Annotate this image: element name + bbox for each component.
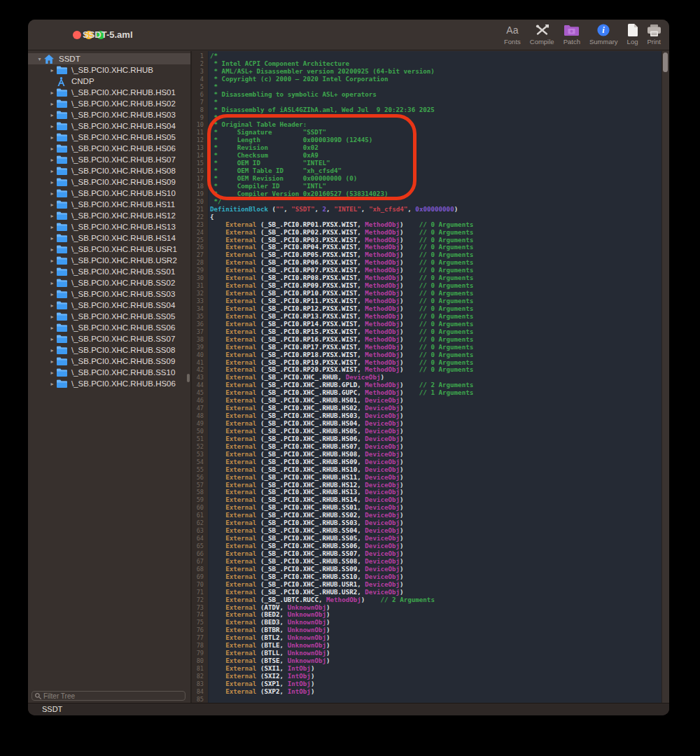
- toolbar-button-print[interactable]: Print: [644, 22, 664, 50]
- compile-icon: [535, 23, 550, 37]
- code-lines: 1/*2 * Intel ACPI Component Architecture…: [192, 52, 662, 703]
- line-number: 68: [192, 566, 206, 573]
- sidebar-item-label: \_SB.PCI0.XHC.RHUB.HS10: [71, 189, 176, 197]
- editor-scrollbar-thumb[interactable]: [663, 52, 668, 72]
- chevron-right-icon[interactable]: ▸: [48, 101, 57, 107]
- chevron-right-icon[interactable]: ▸: [48, 90, 57, 96]
- chevron-right-icon[interactable]: ▸: [48, 213, 57, 219]
- chevron-right-icon[interactable]: ▸: [48, 302, 57, 309]
- folder-icon: [57, 144, 68, 153]
- chevron-right-icon[interactable]: ▸: [48, 336, 57, 342]
- chevron-right-icon[interactable]: ▸: [48, 314, 57, 320]
- line-number: 31: [192, 282, 206, 290]
- chevron-right-icon[interactable]: ▸: [48, 381, 57, 387]
- toolbar-button-patch[interactable]: Patch: [561, 22, 583, 50]
- sidebar-item[interactable]: ▸\_SB.PCI0.XHC.RHUB.HS10: [28, 188, 190, 199]
- folder-icon: [57, 133, 68, 142]
- sidebar-item[interactable]: ▸\_SB.PCI0.XHC.RHUB.HS06: [28, 378, 190, 389]
- sidebar-item[interactable]: ▸\_SB.PCI0.XHC.RHUB.SS02: [28, 277, 190, 288]
- sidebar-item[interactable]: ▸\_SB.PCI0.XHC.RHUB.HS13: [28, 221, 190, 232]
- chevron-right-icon[interactable]: ▸: [48, 157, 57, 163]
- sidebar-item-label: \_SB.PCI0.XHC.RHUB.HS03: [71, 111, 176, 119]
- sidebar-item[interactable]: ▸\_SB.PCI0.XHC.RHUB.USR1: [28, 244, 190, 255]
- chevron-right-icon[interactable]: ▸: [48, 67, 57, 74]
- sidebar-item[interactable]: ▸\_SB.PCI0.XHC.RHUB.SS04: [28, 300, 190, 311]
- sidebar-item[interactable]: ▸\_SB.PCI0.XHC.RHUB.HS07: [28, 154, 190, 165]
- chevron-right-icon[interactable]: ▸: [48, 325, 57, 331]
- code-editor[interactable]: 1/*2 * Intel ACPI Component Architecture…: [192, 51, 669, 703]
- sidebar-item[interactable]: ▸\_SB.PCI0.XHC.RHUB.USR2: [28, 255, 190, 266]
- chevron-right-icon[interactable]: ▸: [48, 190, 57, 197]
- line-number: 22: [192, 214, 206, 221]
- chevron-right-icon[interactable]: ▸: [48, 168, 57, 174]
- chevron-right-icon[interactable]: ▸: [48, 291, 57, 298]
- sidebar: ▾SSDT▸\_SB.PCI0.XHC.RHUBCNDP▸\_SB.PCI0.X…: [28, 51, 190, 703]
- statusbar: SSDT: [28, 703, 669, 715]
- sidebar-item[interactable]: ▸\_SB.PCI0.XHC.RHUB: [28, 64, 190, 76]
- sidebar-item-root[interactable]: ▾SSDT: [28, 53, 190, 64]
- chevron-right-icon[interactable]: ▸: [48, 280, 57, 286]
- close-window-button[interactable]: [73, 31, 81, 39]
- sidebar-item[interactable]: ▸\_SB.PCI0.XHC.RHUB.HS04: [28, 120, 190, 132]
- code-line: 8 * Disassembly of iASL4GZIhA.aml, Wed J…: [192, 106, 662, 114]
- chevron-right-icon[interactable]: ▸: [48, 370, 57, 376]
- sidebar-item-label: \_SB.PCI0.XHC.RHUB.HS13: [71, 223, 176, 231]
- toolbar-button-summary[interactable]: iSummary: [587, 22, 621, 50]
- sidebar-item[interactable]: ▸\_SB.PCI0.XHC.RHUB.HS06: [28, 143, 190, 154]
- chevron-right-icon[interactable]: ▸: [48, 224, 57, 230]
- sidebar-item[interactable]: CNDP: [28, 76, 190, 87]
- sidebar-item-label: \_SB.PCI0.XHC.RHUB.SS03: [71, 290, 175, 298]
- toolbar-label: Print: [644, 38, 664, 46]
- line-number: 33: [192, 298, 206, 305]
- line-number: 54: [192, 458, 206, 466]
- sidebar-item[interactable]: ▸\_SB.PCI0.XHC.RHUB.HS14: [28, 232, 190, 244]
- chevron-right-icon[interactable]: ▸: [48, 347, 57, 354]
- sidebar-item[interactable]: ▸\_SB.PCI0.XHC.RHUB.HS05: [28, 132, 190, 143]
- folder-icon: [57, 312, 68, 321]
- sidebar-item[interactable]: ▸\_SB.PCI0.XHC.RHUB.SS08: [28, 344, 190, 356]
- toolbar-button-compile[interactable]: Compile: [527, 22, 557, 50]
- sidebar-item[interactable]: ▸\_SB.PCI0.XHC.RHUB.HS02: [28, 98, 190, 109]
- sidebar-item-label: \_SB.PCI0.XHC.RHUB.SS07: [71, 335, 175, 343]
- line-number: 27: [192, 251, 206, 259]
- toolbar-label: Summary: [587, 38, 621, 46]
- chevron-right-icon[interactable]: ▸: [48, 358, 57, 365]
- line-number: 2: [192, 60, 206, 68]
- chevron-right-icon[interactable]: ▸: [48, 235, 57, 241]
- sidebar-item-label: \_SB.PCI0.XHC.RHUB.USR1: [71, 245, 177, 253]
- chevron-right-icon[interactable]: ▸: [48, 202, 57, 208]
- folder-icon: [57, 88, 68, 97]
- sidebar-item[interactable]: ▸\_SB.PCI0.XHC.RHUB.SS06: [28, 322, 190, 333]
- sidebar-item[interactable]: ▸\_SB.PCI0.XHC.RHUB.HS08: [28, 165, 190, 176]
- sidebar-item[interactable]: ▸\_SB.PCI0.XHC.RHUB.SS05: [28, 311, 190, 322]
- sidebar-item[interactable]: ▸\_SB.PCI0.XHC.RHUB.SS07: [28, 333, 190, 344]
- chevron-right-icon[interactable]: ▸: [48, 179, 57, 186]
- chevron-down-icon[interactable]: ▾: [35, 56, 44, 62]
- filter-tree-input[interactable]: [43, 692, 182, 700]
- line-number: 66: [192, 550, 206, 558]
- sidebar-item[interactable]: ▸\_SB.PCI0.XHC.RHUB.SS10: [28, 367, 190, 378]
- app-window: SSDT-5.aml AaFontsCompilePatchiSummaryLo…: [28, 20, 669, 715]
- sidebar-item[interactable]: ▸\_SB.PCI0.XHC.RHUB.SS01: [28, 266, 190, 277]
- sidebar-item[interactable]: ▸\_SB.PCI0.XHC.RHUB.HS03: [28, 109, 190, 120]
- chevron-right-icon[interactable]: ▸: [48, 258, 57, 264]
- chevron-right-icon[interactable]: ▸: [48, 123, 57, 130]
- sidebar-item[interactable]: ▸\_SB.PCI0.XHC.RHUB.SS03: [28, 288, 190, 300]
- sidebar-scrollbar-thumb[interactable]: [187, 374, 190, 382]
- toolbar-button-fonts[interactable]: AaFonts: [501, 22, 524, 50]
- chevron-right-icon[interactable]: ▸: [48, 146, 57, 152]
- editor-scrollbar-track[interactable]: [662, 51, 669, 703]
- sidebar-item[interactable]: ▸\_SB.PCI0.XHC.RHUB.HS01: [28, 87, 190, 98]
- chevron-right-icon[interactable]: ▸: [48, 269, 57, 275]
- sidebar-item[interactable]: ▸\_SB.PCI0.XHC.RHUB.HS12: [28, 210, 190, 221]
- filter-tree-field[interactable]: [31, 691, 186, 701]
- sidebar-item[interactable]: ▸\_SB.PCI0.XHC.RHUB.HS09: [28, 176, 190, 188]
- folder-icon: [57, 267, 68, 276]
- toolbar-button-log[interactable]: Log: [624, 22, 641, 50]
- chevron-right-icon[interactable]: ▸: [48, 246, 57, 253]
- chevron-right-icon[interactable]: ▸: [48, 134, 57, 141]
- sidebar-item[interactable]: ▸\_SB.PCI0.XHC.RHUB.SS09: [28, 356, 190, 367]
- sidebar-item[interactable]: ▸\_SB.PCI0.XHC.RHUB.HS11: [28, 199, 190, 210]
- sidebar-item-label: \_SB.PCI0.XHC.RHUB.HS07: [71, 155, 176, 164]
- chevron-right-icon[interactable]: ▸: [48, 112, 57, 118]
